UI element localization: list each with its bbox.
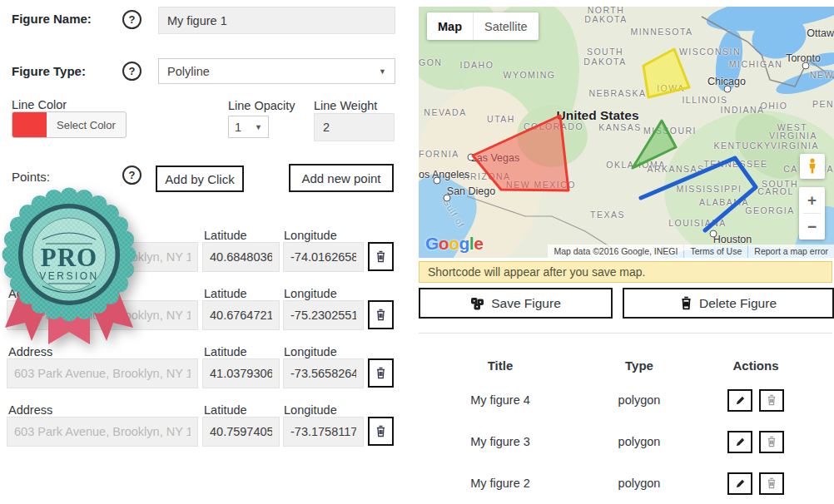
trash-icon (767, 436, 777, 447)
google-logo-letter: o (449, 234, 459, 253)
zoom-out-button[interactable]: − (799, 214, 825, 240)
google-logo-letter: g (459, 234, 469, 253)
google-logo-letter: o (439, 234, 449, 253)
table-row: My figure 2 polygon (419, 462, 815, 504)
line-opacity-label: Line Opacity (228, 99, 295, 112)
latitude-label: Latitude (204, 403, 247, 417)
blue-polyline[interactable] (641, 158, 756, 230)
point-row: Address Latitude Longitude (0, 403, 419, 462)
green-polygon[interactable] (633, 121, 676, 168)
red-polygon[interactable] (473, 116, 568, 190)
address-input[interactable] (7, 417, 198, 447)
google-map[interactable]: MONTANANORTHDAKOTAMINNESOTASOUTHDAKOTAWI… (419, 7, 834, 258)
delete-point-button[interactable] (368, 417, 394, 446)
longitude-input[interactable] (283, 417, 364, 447)
pro-version-badge: PRO VERSION (0, 181, 149, 348)
address-input[interactable] (7, 358, 198, 388)
terms-of-use-link[interactable]: Terms of Use (684, 245, 747, 258)
select-color-label: Select Color (47, 112, 126, 137)
delete-figure-row-button[interactable] (759, 389, 784, 412)
figure-name-label: Figure Name: (12, 12, 92, 26)
line-color-label: Line Color (12, 98, 67, 111)
latitude-input[interactable] (202, 300, 280, 330)
svg-text:PRO: PRO (41, 243, 97, 272)
satellite-view-button[interactable]: Satellite (473, 12, 539, 40)
latitude-input[interactable] (202, 242, 280, 272)
line-weight-input[interactable] (314, 113, 395, 141)
line-weight-label: Line Weight (314, 99, 377, 112)
latitude-input[interactable] (202, 358, 280, 388)
delete-figure-row-button[interactable] (759, 472, 784, 495)
longitude-input[interactable] (283, 358, 364, 388)
figure-type: polygon (582, 435, 697, 448)
map-attribution: Map data ©2016 Google, INEGI Terms of Us… (547, 245, 834, 258)
pegman-button[interactable] (800, 154, 825, 179)
divider (419, 333, 832, 334)
map-type-control: Map Satellite (427, 12, 539, 40)
save-icon (470, 297, 484, 310)
trash-icon (375, 425, 386, 437)
latitude-label: Latitude (204, 287, 247, 300)
delete-figure-button[interactable]: Delete Figure (623, 288, 834, 319)
latitude-label: Latitude (204, 229, 247, 242)
figure-editor-screen: Figure Name: ? Figure Type: ? Polyline ▼… (0, 0, 834, 504)
pencil-icon (735, 437, 746, 447)
table-header-row: Title Type Actions (419, 351, 815, 379)
point-row: Address Latitude Longitude (0, 345, 419, 403)
trash-icon (375, 309, 386, 321)
longitude-label: Longitude (284, 345, 337, 358)
figure-type: polygon (582, 477, 697, 490)
pencil-icon (735, 395, 746, 406)
color-swatch[interactable] (12, 112, 47, 137)
save-figure-label: Save Figure (491, 296, 561, 311)
chevron-down-icon: ▼ (379, 67, 386, 76)
longitude-label: Longitude (284, 403, 337, 417)
actions-column-header: Actions (697, 358, 815, 373)
help-icon[interactable]: ? (122, 10, 141, 29)
map-view-button[interactable]: Map (427, 12, 473, 40)
delete-point-button[interactable] (368, 242, 394, 271)
add-new-point-button[interactable]: Add new point (289, 164, 394, 192)
table-row: My figure 4 polygon (419, 379, 815, 421)
figure-type-select[interactable]: Polyline ▼ (158, 58, 395, 84)
delete-figure-row-button[interactable] (759, 431, 784, 453)
address-label: Address (8, 403, 52, 417)
delete-point-button[interactable] (368, 358, 394, 388)
help-icon[interactable]: ? (122, 62, 141, 81)
report-map-error-link[interactable]: Report a map error (748, 245, 834, 258)
trash-icon (767, 477, 777, 489)
zoom-in-button[interactable]: + (799, 187, 825, 213)
latitude-label: Latitude (204, 345, 247, 358)
pencil-icon (735, 478, 746, 489)
delete-point-button[interactable] (368, 300, 394, 329)
map-data-text: Map data ©2016 Google, INEGI (548, 245, 683, 258)
google-logo[interactable]: Google (425, 234, 483, 254)
google-logo-letter: G (425, 234, 439, 253)
color-picker-button[interactable]: Select Color (12, 111, 127, 138)
trash-icon (375, 250, 386, 263)
figure-title: My figure 4 (419, 393, 582, 407)
trash-icon (680, 296, 693, 310)
latitude-input[interactable] (202, 417, 280, 447)
figure-type-label: Figure Type: (12, 64, 86, 78)
add-by-click-button[interactable]: Add by Click (156, 166, 244, 192)
table-row: My figure 3 polygon (419, 421, 815, 462)
line-opacity-value: 1 (235, 121, 241, 134)
figures-table: Title Type Actions My figure 4 polygon M… (419, 351, 815, 504)
chevron-down-icon: ▼ (255, 123, 262, 131)
title-column-header: Title (419, 358, 582, 373)
figure-name-input[interactable] (158, 7, 395, 34)
figure-shapes-layer (419, 7, 834, 258)
zoom-control: + − (799, 187, 825, 240)
pegman-icon (806, 158, 819, 175)
figure-type-value: Polyline (167, 65, 210, 78)
line-opacity-select[interactable]: 1 ▼ (228, 116, 269, 138)
edit-figure-button[interactable] (727, 472, 752, 495)
yellow-polygon[interactable] (643, 49, 689, 97)
save-figure-button[interactable]: Save Figure (419, 288, 613, 319)
edit-figure-button[interactable] (727, 389, 752, 412)
type-column-header: Type (582, 358, 697, 373)
longitude-input[interactable] (283, 242, 364, 272)
longitude-input[interactable] (283, 300, 364, 330)
edit-figure-button[interactable] (727, 431, 752, 453)
